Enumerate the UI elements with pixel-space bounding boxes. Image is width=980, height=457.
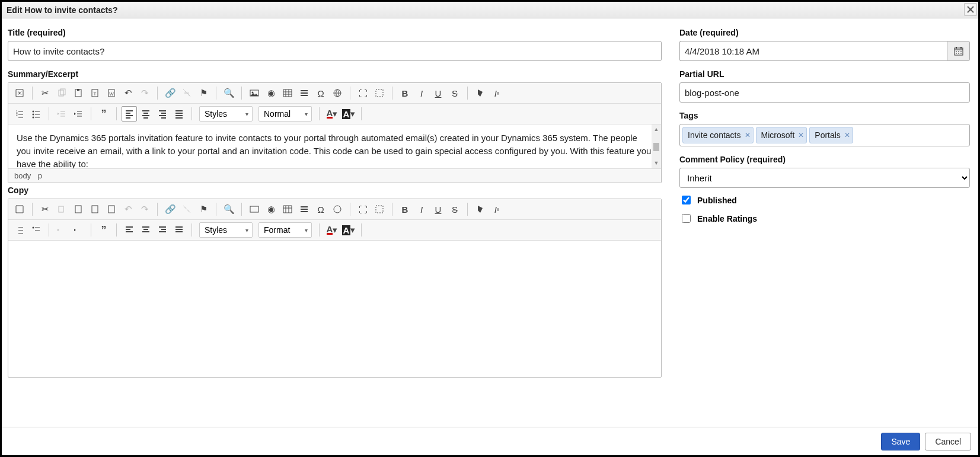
align-justify-icon[interactable] (171, 222, 187, 238)
italic-icon[interactable]: I (414, 202, 429, 217)
redo-icon[interactable]: ↷ (137, 202, 152, 217)
outdent-icon[interactable] (54, 106, 69, 122)
link-icon[interactable]: 🔗 (162, 202, 178, 217)
anchor-icon[interactable]: ⚑ (196, 202, 211, 217)
paste-word-icon[interactable]: W (104, 85, 119, 101)
table-icon[interactable] (280, 85, 295, 101)
bulletedlist-icon[interactable] (28, 222, 44, 238)
partial-url-input[interactable] (679, 82, 970, 103)
paste-text-icon[interactable] (87, 202, 103, 217)
copy-editor-body[interactable] (8, 241, 661, 377)
styles-combo[interactable]: Styles (199, 106, 253, 122)
styles-combo[interactable]: Styles (199, 222, 253, 238)
calendar-button[interactable] (947, 41, 970, 61)
source-icon[interactable] (12, 85, 27, 101)
bgcolor-icon[interactable]: A▾ (341, 106, 356, 122)
editor-scrollbar[interactable]: ▲▼ (652, 124, 661, 168)
bold-icon[interactable]: B (397, 85, 413, 101)
numberedlist-icon[interactable] (12, 222, 27, 238)
iframe-icon[interactable] (330, 85, 345, 101)
blockquote-icon[interactable]: ” (96, 106, 111, 122)
tag-remove-icon[interactable]: ✕ (745, 131, 751, 139)
flash-icon[interactable]: ◉ (263, 202, 279, 217)
underline-icon[interactable]: U (430, 202, 446, 217)
underline-icon[interactable]: U (430, 85, 446, 101)
published-checkbox[interactable] (682, 196, 691, 204)
table-icon[interactable] (280, 202, 295, 217)
cancel-button[interactable]: Cancel (925, 433, 971, 450)
italic-icon[interactable]: I (414, 85, 429, 101)
title-input[interactable] (8, 41, 662, 61)
removeformat-icon[interactable]: Ix (489, 85, 505, 101)
bulletedlist-icon[interactable] (28, 106, 44, 122)
tag-remove-icon[interactable]: ✕ (844, 131, 850, 139)
save-button[interactable]: Save (881, 433, 920, 450)
maximize-icon[interactable]: ⛶ (355, 202, 371, 217)
summary-editor-body[interactable]: Use the Dynamics 365 portals invitation … (8, 124, 661, 168)
outdent-icon[interactable] (54, 222, 69, 238)
tag-remove-icon[interactable]: ✕ (798, 131, 804, 139)
link-icon[interactable]: 🔗 (162, 85, 178, 101)
unlink-icon[interactable] (179, 202, 194, 217)
paste-icon[interactable] (71, 202, 86, 217)
showblocks-icon[interactable] (372, 202, 387, 217)
copy-icon[interactable] (54, 85, 69, 101)
paste-text-icon[interactable]: T (87, 85, 103, 101)
specialchar-icon[interactable]: Ω (313, 202, 328, 217)
align-left-icon[interactable] (122, 106, 137, 122)
align-right-icon[interactable] (155, 106, 170, 122)
hr-icon[interactable] (296, 202, 312, 217)
redo-icon[interactable]: ↷ (137, 85, 152, 101)
blockquote-icon[interactable]: ” (96, 222, 111, 238)
close-button[interactable] (964, 3, 977, 16)
paste-icon[interactable] (71, 85, 86, 101)
image-icon[interactable] (247, 85, 262, 101)
comment-policy-select[interactable]: Inherit (679, 168, 970, 188)
removeformat-icon[interactable]: Ix (489, 202, 505, 217)
align-justify-icon[interactable] (171, 106, 187, 122)
ratings-checkbox[interactable] (682, 214, 691, 223)
find-icon[interactable]: 🔍 (221, 85, 237, 101)
maximize-icon[interactable]: ⛶ (355, 85, 371, 101)
unlink-icon[interactable] (179, 85, 194, 101)
iframe-icon[interactable] (330, 202, 345, 217)
cut-icon[interactable]: ✂ (37, 85, 53, 101)
source-icon[interactable] (12, 202, 27, 217)
hr-icon[interactable] (296, 85, 312, 101)
align-left-icon[interactable] (122, 222, 137, 238)
undo-icon[interactable]: ↶ (120, 202, 136, 217)
find-icon[interactable]: 🔍 (221, 202, 237, 217)
scroll-area[interactable]: Title (required) Summary/Excerpt ✂ T W ↶… (2, 18, 978, 427)
path-p[interactable]: p (38, 171, 42, 180)
align-center-icon[interactable] (138, 222, 154, 238)
elements-path: body p (8, 168, 661, 183)
undo-icon[interactable]: ↶ (120, 85, 136, 101)
textcolor-icon[interactable]: A▾ (324, 222, 340, 238)
align-center-icon[interactable] (138, 106, 154, 122)
strike-icon[interactable]: S (447, 85, 462, 101)
copy-icon[interactable] (54, 202, 69, 217)
format-combo[interactable]: Format (258, 222, 312, 238)
paste-word-icon[interactable] (104, 202, 119, 217)
cut-icon[interactable]: ✂ (37, 202, 53, 217)
strike-icon[interactable]: S (447, 202, 462, 217)
indent-icon[interactable] (71, 222, 86, 238)
textcolor-icon[interactable]: A▾ (324, 106, 340, 122)
align-right-icon[interactable] (155, 222, 170, 238)
specialchar-icon[interactable]: Ω (313, 85, 328, 101)
numberedlist-icon[interactable]: 12 (12, 106, 27, 122)
image-icon[interactable] (247, 202, 262, 217)
tags-input[interactable]: Invite contacts✕ Microsoft✕ Portals✕ (679, 124, 970, 146)
path-body[interactable]: body (14, 171, 31, 180)
copyformat-icon[interactable] (473, 202, 488, 217)
format-combo[interactable]: Normal (258, 106, 312, 122)
date-input[interactable] (679, 41, 947, 61)
anchor-icon[interactable]: ⚑ (196, 85, 211, 101)
tag-item: Microsoft✕ (756, 127, 807, 143)
showblocks-icon[interactable] (372, 85, 387, 101)
copyformat-icon[interactable] (473, 85, 488, 101)
bgcolor-icon[interactable]: A▾ (341, 222, 356, 238)
flash-icon[interactable]: ◉ (263, 85, 279, 101)
bold-icon[interactable]: B (397, 202, 413, 217)
indent-icon[interactable] (71, 106, 86, 122)
